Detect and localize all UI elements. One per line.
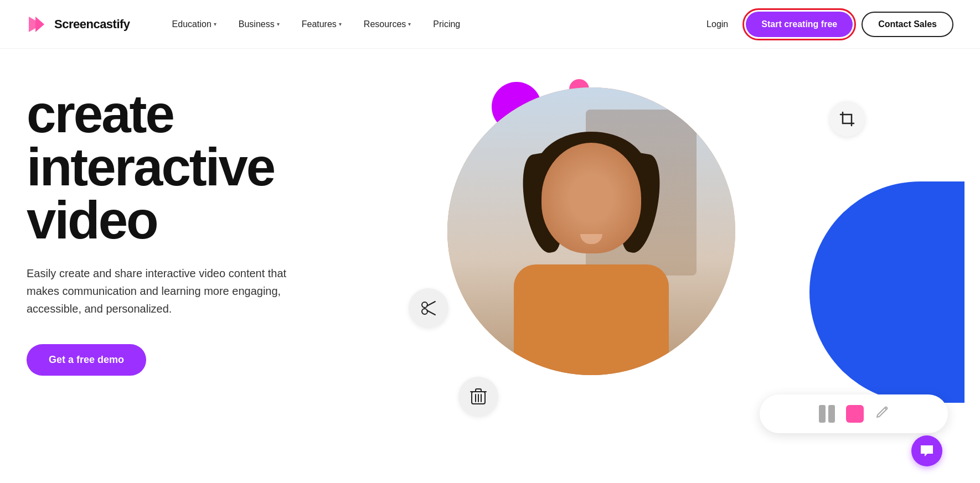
svg-point-2 bbox=[422, 302, 427, 308]
svg-marker-1 bbox=[35, 17, 44, 32]
hero-subtitle: Easily create and share interactive vide… bbox=[27, 264, 303, 318]
svg-point-3 bbox=[422, 309, 427, 314]
chevron-down-icon: ▾ bbox=[408, 21, 411, 27]
stop-button[interactable] bbox=[846, 405, 864, 423]
pause-button[interactable] bbox=[819, 405, 835, 423]
hero-content: create interactive video Easily create a… bbox=[27, 71, 348, 376]
edit-button[interactable] bbox=[875, 405, 889, 423]
svg-line-4 bbox=[427, 302, 435, 306]
start-creating-button[interactable]: Start creating free bbox=[746, 12, 853, 37]
nav-item-resources[interactable]: Resources ▾ bbox=[355, 15, 420, 34]
decorative-blue-semicircle bbox=[809, 181, 964, 403]
navbar: Screencastify Education ▾ Business ▾ Fea… bbox=[0, 0, 980, 49]
chat-icon[interactable] bbox=[911, 435, 942, 466]
chevron-down-icon: ▾ bbox=[214, 21, 216, 27]
nav-item-features[interactable]: Features ▾ bbox=[293, 15, 350, 34]
scissors-icon bbox=[409, 288, 448, 328]
svg-line-5 bbox=[427, 310, 435, 315]
crop-icon bbox=[829, 101, 865, 137]
login-button[interactable]: Login bbox=[698, 15, 737, 34]
trash-icon bbox=[458, 377, 498, 417]
hero-illustration bbox=[348, 71, 953, 483]
chevron-down-icon: ▾ bbox=[339, 21, 342, 27]
nav-item-pricing[interactable]: Pricing bbox=[424, 15, 469, 34]
playback-controls bbox=[760, 394, 948, 433]
nav-item-education[interactable]: Education ▾ bbox=[163, 15, 225, 34]
get-free-demo-button[interactable]: Get a free demo bbox=[27, 344, 146, 376]
contact-sales-button[interactable]: Contact Sales bbox=[862, 12, 953, 37]
logo-icon bbox=[27, 13, 49, 35]
chevron-down-icon: ▾ bbox=[277, 21, 280, 27]
svg-line-10 bbox=[885, 408, 886, 409]
hero-title: create interactive video bbox=[27, 87, 348, 247]
hero-section: create interactive video Easily create a… bbox=[0, 49, 980, 483]
video-circle bbox=[447, 87, 735, 375]
nav-item-business[interactable]: Business ▾ bbox=[230, 15, 288, 34]
nav-links: Education ▾ Business ▾ Features ▾ Resour… bbox=[163, 15, 698, 34]
logo[interactable]: Screencastify bbox=[27, 13, 130, 35]
logo-wordmark: Screencastify bbox=[54, 17, 130, 32]
nav-actions: Login Start creating free Contact Sales bbox=[698, 12, 953, 37]
